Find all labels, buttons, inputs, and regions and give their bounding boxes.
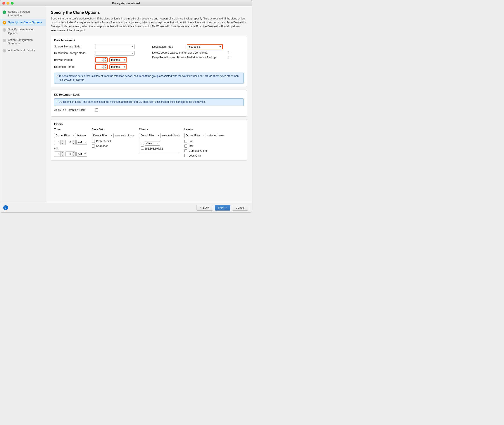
clients-filter-row: Do not Filter Filter selected clients — [139, 133, 180, 138]
end-minute-down[interactable]: ▼ — [72, 154, 75, 157]
sidebar-item-specify-advanced-options[interactable]: ○ Specify the Advanced Options — [0, 26, 46, 37]
end-minute-spinbox[interactable]: ▲ ▼ — [65, 152, 76, 157]
inactive-icon-2: ○ — [2, 39, 6, 42]
apply-dd-retention-label: Apply DD Retention Lock: — [54, 108, 93, 112]
dd-retention-title: DD Retention Lock — [54, 93, 244, 96]
next-button[interactable]: Next > — [215, 205, 230, 211]
delete-source-row: Delete source savesets after clone compl… — [152, 51, 244, 54]
end-hour-up[interactable]: ▲ — [61, 152, 64, 154]
source-storage-node-select[interactable] — [95, 44, 135, 49]
clients-filter-title: Clients: — [139, 128, 180, 131]
snapshot-checkbox[interactable] — [92, 145, 95, 147]
help-button[interactable]: ? — [3, 205, 8, 210]
incr-level-checkbox[interactable] — [184, 145, 187, 147]
window-controls — [2, 2, 13, 5]
time-filter-col: Time: Do not Filter Filter between — [54, 128, 87, 157]
info-icon: i — [57, 74, 58, 79]
time-filter-select[interactable]: Do not Filter Filter — [54, 133, 76, 138]
logs-only-level-checkbox[interactable] — [184, 154, 187, 157]
clients-list-box: Client 192.168.197.62 — [139, 140, 180, 153]
retention-period-input[interactable] — [96, 65, 103, 69]
start-minute-input[interactable] — [65, 140, 72, 145]
time-filter-row: Do not Filter Filter between — [54, 133, 87, 138]
destination-pool-select[interactable]: test-pool3 — [187, 44, 223, 49]
clients-selected-label: selected clients — [162, 134, 180, 137]
client-header-checkbox[interactable] — [141, 142, 144, 145]
content-area: ✓ Specify the Action Information ● Speci… — [0, 6, 252, 203]
client-header-row[interactable]: Client — [140, 141, 179, 146]
end-hour-arrows: ▲ ▼ — [60, 152, 64, 157]
filters-grid: Time: Do not Filter Filter between — [54, 128, 244, 157]
inactive-icon: ○ — [2, 28, 6, 32]
footer: ? < Back Next > Cancel — [0, 203, 252, 212]
end-hour-down[interactable]: ▼ — [61, 154, 64, 157]
full-level-row: Full — [184, 140, 225, 143]
save-set-filter-select[interactable]: Do not Filter Filter — [92, 133, 114, 138]
dd-info-icon: i — [57, 100, 58, 105]
clients-filter-col: Clients: Do not Filter Filter selected c… — [139, 128, 180, 153]
col-left: Source Storage Node: Destination Storage… — [54, 44, 146, 71]
apply-dd-retention-checkbox[interactable] — [95, 108, 98, 112]
end-minute-arrows: ▲ ▼ — [72, 152, 75, 157]
destination-pool-label: Destination Pool: — [152, 45, 185, 48]
start-hour-input[interactable] — [54, 140, 60, 145]
start-hour-down[interactable]: ▼ — [61, 142, 64, 145]
retention-period-arrows: ▲ ▼ — [103, 65, 107, 69]
retention-period-spinbox[interactable]: ▲ ▼ — [95, 64, 108, 70]
sidebar-item-action-wizard-results[interactable]: ○ Action Wizard Results — [0, 47, 46, 54]
data-movement-title: Data Movement — [54, 39, 244, 42]
clients-filter-select[interactable]: Do not Filter Filter — [139, 133, 161, 138]
end-ampm-select[interactable]: AM PM — [77, 152, 87, 157]
start-ampm-select[interactable]: AM PM — [77, 140, 87, 145]
protect-point-checkbox[interactable] — [92, 140, 95, 143]
sidebar-item-specify-action-info[interactable]: ✓ Specify the Action Information — [0, 8, 46, 19]
protect-point-label: ProtectPoint — [96, 140, 111, 143]
start-minute-spinbox[interactable]: ▲ ▼ — [65, 140, 76, 145]
protect-point-row: ProtectPoint — [92, 140, 135, 143]
keep-retention-checkbox[interactable] — [228, 56, 231, 59]
start-hour-up[interactable]: ▲ — [61, 140, 64, 142]
incr-level-row: Incr — [184, 145, 225, 147]
close-button[interactable] — [2, 2, 5, 5]
browse-period-up[interactable]: ▲ — [104, 58, 107, 60]
browse-period-down[interactable]: ▼ — [104, 60, 107, 62]
incr-level-label: Incr — [189, 145, 193, 147]
cumulative-incr-level-checkbox[interactable] — [184, 149, 187, 152]
retention-period-unit-select[interactable]: Months Days Weeks Years — [110, 64, 127, 70]
retention-period-up[interactable]: ▲ — [104, 65, 107, 67]
levels-filter-select[interactable]: Do not Filter Filter — [184, 133, 206, 138]
start-hour-spinbox[interactable]: ▲ ▼ — [54, 140, 65, 145]
end-hour-spinbox[interactable]: ▲ ▼ — [54, 152, 65, 157]
maximize-button[interactable] — [11, 2, 13, 5]
browse-period-spinbox[interactable]: ▲ ▼ — [95, 57, 108, 63]
start-minute-up[interactable]: ▲ — [72, 140, 75, 142]
client-ip: 192.168.197.62 — [145, 147, 163, 150]
data-movement-form: Source Storage Node: Destination Storage… — [54, 44, 244, 71]
cumulative-incr-level-row: Cumulative Incr — [184, 149, 225, 152]
cancel-button[interactable]: Cancel — [232, 205, 248, 211]
end-hour-input[interactable] — [54, 152, 60, 157]
sidebar-item-specify-clone-options[interactable]: ● Specify the Clone Options — [0, 19, 46, 26]
retention-period-down[interactable]: ▼ — [104, 67, 107, 69]
client-list-item[interactable]: 192.168.197.62 — [140, 146, 179, 151]
client-header-select[interactable]: Client — [145, 141, 160, 146]
end-minute-input[interactable] — [65, 152, 72, 157]
main-content: Specify the Clone Options Specify the cl… — [46, 6, 252, 203]
destination-storage-node-select[interactable] — [95, 51, 135, 55]
browse-period-unit-select[interactable]: Months Days Weeks Years — [110, 57, 127, 63]
start-minute-down[interactable]: ▼ — [72, 142, 75, 145]
sidebar-item-action-config-summary[interactable]: ○ Action Configuration Summary — [0, 37, 46, 47]
client-192-checkbox[interactable] — [141, 146, 144, 150]
and-label-row: and — [54, 147, 87, 150]
dd-retention-info-text: DD Retention Lock Time cannot exceed the… — [59, 100, 206, 104]
end-minute-up[interactable]: ▲ — [72, 152, 75, 154]
full-level-checkbox[interactable] — [184, 140, 187, 143]
time-end-row: ▲ ▼ ▲ ▼ — [54, 152, 87, 157]
minimize-button[interactable] — [6, 2, 9, 5]
delete-source-checkbox[interactable] — [228, 51, 231, 54]
save-sets-label: save sets of type — [115, 134, 135, 137]
browse-period-input[interactable] — [96, 58, 103, 62]
back-button[interactable]: < Back — [197, 205, 213, 211]
apply-dd-retention-row: Apply DD Retention Lock: — [54, 108, 244, 112]
browse-period-info-text: To set a browse period that is different… — [59, 74, 241, 82]
